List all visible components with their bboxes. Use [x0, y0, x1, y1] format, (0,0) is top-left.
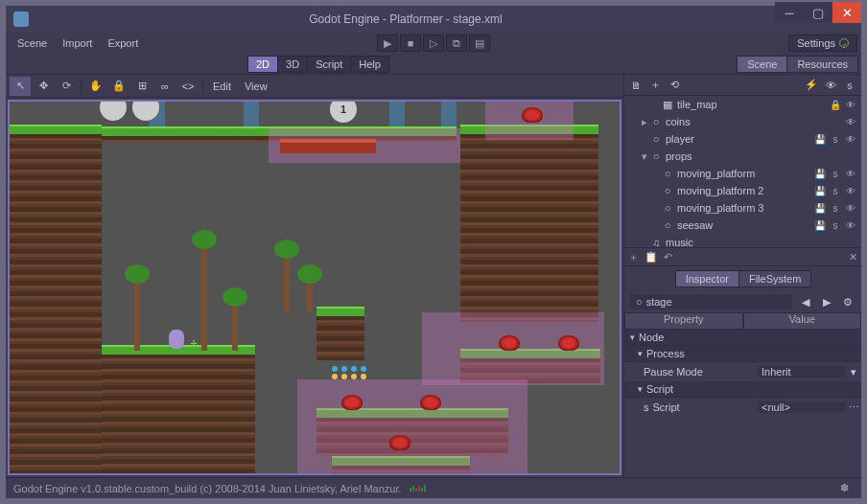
- circle-icon: ○: [661, 184, 674, 197]
- move-tool[interactable]: ✥: [33, 77, 54, 96]
- tab-inspector[interactable]: Inspector: [675, 270, 739, 287]
- moving-platform: [280, 142, 376, 153]
- enemy-sprite: [389, 435, 410, 450]
- separator: [81, 79, 82, 94]
- prop-more-icon[interactable]: ⋯: [846, 401, 861, 414]
- mode-help-button[interactable]: Help: [350, 56, 389, 73]
- group-script[interactable]: ▾Script: [624, 381, 861, 398]
- prop-value[interactable]: <null>: [758, 401, 846, 413]
- circle-icon: ○: [649, 115, 663, 128]
- group-tool[interactable]: ⊞: [131, 77, 152, 96]
- tree-row[interactable]: ▸○coins👁: [624, 113, 861, 130]
- tree-row[interactable]: ○moving_platform 2💾ѕ👁: [624, 182, 861, 199]
- add-icon[interactable]: ＋: [628, 250, 639, 264]
- lock-tool[interactable]: 🔒: [108, 77, 129, 96]
- bolt-icon[interactable]: ѕ: [829, 167, 842, 180]
- bolt-icon[interactable]: ѕ: [829, 132, 842, 146]
- select-tool[interactable]: ↖: [10, 77, 31, 96]
- expand-arrow-icon[interactable]: ▸: [640, 116, 649, 128]
- save-icon[interactable]: 💾: [813, 201, 827, 215]
- node-label: moving_platform: [677, 168, 813, 179]
- tree-row[interactable]: ♫music: [624, 234, 861, 247]
- pause-button[interactable]: ■: [400, 34, 421, 52]
- audio-meter: [410, 485, 426, 492]
- tab-resources[interactable]: Resources: [786, 56, 858, 73]
- statusbar: Godot Engine v1.0.stable.custom_build (c…: [6, 477, 861, 498]
- inspector-menu-icon[interactable]: ⚙: [840, 296, 855, 309]
- close-button[interactable]: ✕: [832, 2, 861, 23]
- group-node[interactable]: ▾Node: [624, 330, 861, 346]
- minimize-button[interactable]: ─: [775, 2, 804, 23]
- dropdown-arrow-icon[interactable]: ▾: [846, 366, 861, 378]
- lock-icon[interactable]: 🔒: [829, 98, 842, 111]
- maximize-button[interactable]: ▢: [804, 2, 832, 23]
- paste-icon[interactable]: 📋: [644, 251, 658, 263]
- eye-icon[interactable]: 👁: [844, 98, 857, 111]
- settings-button[interactable]: Settings: [788, 34, 857, 52]
- circle-icon: ○: [661, 201, 674, 215]
- grid-icon: ▦: [661, 98, 674, 111]
- eye-icon[interactable]: 👁: [844, 218, 857, 232]
- history-forward-button[interactable]: ▶: [819, 296, 834, 309]
- play-custom-button[interactable]: ▤: [469, 34, 490, 52]
- tab-filesystem[interactable]: FileSystem: [738, 270, 811, 287]
- history-back-button[interactable]: ◀: [798, 296, 813, 309]
- inspected-object[interactable]: ○ stage: [630, 294, 792, 309]
- save-icon[interactable]: 💾: [813, 184, 827, 197]
- instance-icon[interactable]: ⟲: [667, 78, 682, 93]
- expand-arrow-icon[interactable]: ▾: [640, 150, 649, 163]
- player-sprite: [169, 330, 184, 349]
- save-icon[interactable]: 💾: [813, 132, 827, 146]
- eye-icon[interactable]: 👁: [844, 201, 857, 215]
- tree-row[interactable]: ▾○props: [624, 148, 861, 165]
- tree-row[interactable]: ○player💾ѕ👁: [624, 130, 861, 148]
- play-scene-button[interactable]: ⧉: [446, 34, 467, 52]
- cursor-cross-icon: +: [190, 335, 198, 351]
- bolt-icon[interactable]: ѕ: [829, 201, 842, 215]
- eye-icon[interactable]: 👁: [844, 184, 857, 197]
- link-tool[interactable]: ∞: [154, 77, 176, 96]
- mode-2d-button[interactable]: 2D: [247, 56, 278, 73]
- prop-script: ѕScript <null> ⋯: [624, 398, 861, 417]
- tree-row[interactable]: ○moving_platform💾ѕ👁: [624, 165, 861, 182]
- save-icon[interactable]: 💾: [813, 218, 827, 232]
- bolt-icon[interactable]: ѕ: [829, 218, 842, 232]
- mode-script-button[interactable]: Script: [307, 56, 351, 73]
- eye-icon[interactable]: 👁: [844, 167, 857, 180]
- rotate-tool[interactable]: ⟳: [56, 77, 77, 96]
- bolt-icon[interactable]: ѕ: [829, 184, 842, 197]
- viewport-2d[interactable]: 1: [8, 100, 621, 475]
- edit-menu[interactable]: Edit: [207, 80, 237, 92]
- code-tool[interactable]: <>: [177, 77, 199, 96]
- visibility-icon[interactable]: 👁: [823, 78, 838, 93]
- connect-icon[interactable]: ⚡: [804, 78, 819, 93]
- circle-icon: ○: [649, 149, 663, 163]
- mode-3d-button[interactable]: 3D: [277, 56, 308, 73]
- stop-button[interactable]: ▷: [423, 34, 444, 52]
- play-button[interactable]: ▶: [377, 34, 398, 52]
- menu-import[interactable]: Import: [55, 35, 100, 51]
- view-menu[interactable]: View: [239, 80, 273, 92]
- menu-scene[interactable]: Scene: [10, 35, 55, 51]
- prop-value-dropdown[interactable]: Inherit: [758, 366, 846, 378]
- close-panel-icon[interactable]: ✕: [849, 251, 857, 263]
- menubar: Scene Import Export ▶ ■ ▷ ⧉ ▤ Settings: [6, 33, 861, 54]
- save-icon[interactable]: 💾: [813, 167, 827, 180]
- tree-row[interactable]: ▦tile_map🔒👁: [624, 96, 861, 113]
- history-icon[interactable]: ↶: [664, 251, 672, 263]
- pan-tool[interactable]: ✋: [85, 77, 106, 96]
- note-icon: ♫: [649, 236, 663, 247]
- enemy-sprite: [341, 395, 363, 410]
- menu-export[interactable]: Export: [100, 35, 146, 51]
- script-icon[interactable]: ѕ: [842, 78, 857, 93]
- new-node-icon[interactable]: 🗎: [628, 78, 644, 93]
- tab-scene[interactable]: Scene: [737, 56, 787, 73]
- add-node-icon[interactable]: ＋: [647, 78, 663, 93]
- tree-row[interactable]: ○seesaw💾ѕ👁: [624, 217, 861, 234]
- tree-row[interactable]: ○moving_platform 3💾ѕ👁: [624, 199, 861, 217]
- node-label: tile_map: [677, 99, 829, 110]
- scene-tree[interactable]: ▦tile_map🔒👁▸○coins👁○player💾ѕ👁▾○props○mov…: [624, 96, 861, 247]
- eye-icon[interactable]: 👁: [844, 132, 857, 146]
- eye-icon[interactable]: 👁: [844, 115, 857, 128]
- group-process[interactable]: ▾Process: [624, 346, 861, 362]
